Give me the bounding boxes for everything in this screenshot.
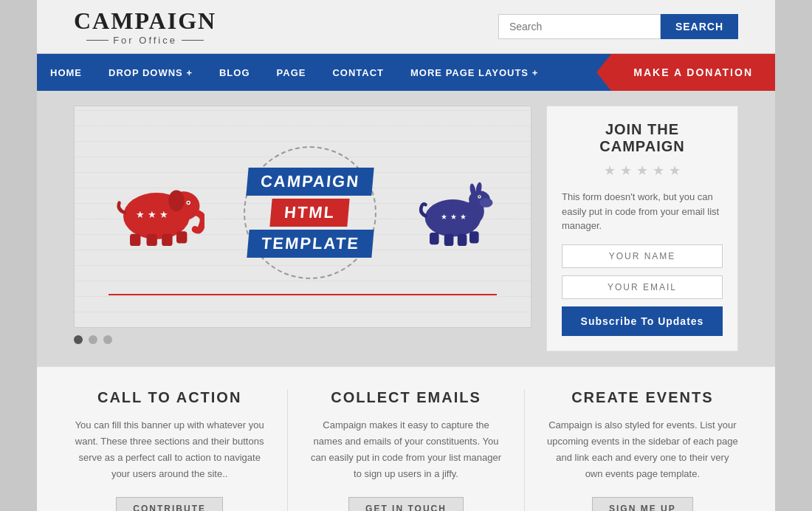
- emails-text: Campaign makes it easy to capture the na…: [310, 417, 501, 482]
- slider-dots: [74, 335, 531, 344]
- donkey-icon: ★ ★ ★: [416, 179, 497, 246]
- star-4: ★: [653, 162, 664, 179]
- svg-rect-6: [147, 234, 157, 246]
- subscribe-button[interactable]: Subscribe To Updates: [562, 306, 723, 336]
- svg-rect-23: [469, 231, 479, 243]
- nav-item-blog[interactable]: BLOG: [206, 54, 264, 91]
- svg-rect-22: [457, 234, 467, 246]
- star-5: ★: [669, 162, 681, 179]
- events-col: CREATE EVENTS Campaign is also styled fo…: [547, 389, 738, 512]
- nav-bar: HOME DROP DOWNS + BLOG PAGE CONTACT MORE…: [37, 54, 775, 91]
- slider-dot-1[interactable]: [74, 335, 83, 344]
- search-area: SEARCH: [498, 14, 738, 39]
- nav-item-contact[interactable]: CONTACT: [319, 54, 397, 91]
- divider-1: [287, 389, 288, 512]
- svg-rect-7: [162, 234, 173, 246]
- slider-dot-3[interactable]: [103, 335, 112, 344]
- email-field[interactable]: [562, 275, 723, 299]
- slider-dot-2[interactable]: [89, 335, 97, 344]
- svg-text:★: ★: [136, 210, 145, 220]
- badge-html-text: HTML: [270, 199, 350, 227]
- name-field[interactable]: [562, 244, 723, 268]
- sign-me-up-button[interactable]: SIGN ME UP: [592, 497, 693, 511]
- nav-item-more[interactable]: MORE PAGE LAYOUTS +: [397, 54, 551, 91]
- nav-item-home[interactable]: HOME: [37, 54, 95, 91]
- emails-col: COLLECT EMAILS Campaign makes it easy to…: [310, 389, 501, 512]
- badge-template-text: TEMPLATE: [247, 230, 374, 258]
- star-rating: ★ ★ ★ ★ ★: [562, 162, 723, 179]
- svg-text:★: ★: [441, 213, 447, 221]
- svg-point-15: [479, 198, 492, 208]
- bottom-section: CALL TO ACTION You can fill this banner …: [37, 366, 775, 512]
- svg-text:★: ★: [159, 210, 168, 220]
- sidebar: JOIN THE CAMPAIGN ★ ★ ★ ★ ★ This form do…: [546, 106, 738, 351]
- svg-rect-20: [430, 233, 439, 244]
- divider-2: [524, 389, 525, 512]
- nav-item-page[interactable]: PAGE: [264, 54, 320, 91]
- svg-rect-5: [130, 234, 140, 246]
- search-input[interactable]: [498, 14, 661, 39]
- cta-title: CALL TO ACTION: [97, 389, 241, 406]
- events-title: CREATE EVENTS: [571, 389, 713, 406]
- logo-subtitle: For Office: [86, 35, 204, 46]
- star-1: ★: [604, 162, 616, 179]
- join-desc: This form doesn't work, but you can easi…: [562, 190, 723, 233]
- events-text: Campaign is also styled for events. List…: [547, 417, 738, 482]
- star-3: ★: [636, 162, 648, 179]
- svg-text:★: ★: [450, 213, 457, 221]
- cta-text: You can fill this banner up with whateve…: [74, 417, 265, 482]
- elephant-icon: ★ ★ ★: [109, 179, 204, 246]
- get-in-touch-button[interactable]: GET IN TOUCH: [348, 497, 464, 511]
- svg-text:★: ★: [459, 213, 466, 221]
- svg-point-17: [478, 196, 480, 198]
- svg-rect-21: [444, 234, 453, 246]
- star-2: ★: [620, 162, 632, 179]
- contribute-button[interactable]: CONTRIBUTE: [116, 497, 223, 511]
- logo-title: CAMPAIGN: [74, 7, 216, 35]
- svg-point-2: [169, 191, 185, 212]
- svg-rect-8: [176, 231, 187, 243]
- nav-links: HOME DROP DOWNS + BLOG PAGE CONTACT MORE…: [37, 54, 611, 91]
- emails-title: COLLECT EMAILS: [331, 389, 481, 406]
- join-title: JOIN THE CAMPAIGN: [562, 121, 723, 155]
- svg-text:★: ★: [148, 210, 156, 220]
- nav-item-dropdowns[interactable]: DROP DOWNS +: [95, 54, 206, 91]
- donate-button[interactable]: MAKE A DONATION: [611, 54, 775, 91]
- logo: CAMPAIGN For Office: [74, 7, 216, 46]
- search-button[interactable]: SEARCH: [661, 14, 738, 39]
- svg-point-4: [187, 202, 190, 204]
- badge-campaign-text: CAMPAIGN: [246, 168, 374, 196]
- campaign-badge: CAMPAIGN HTML TEMPLATE: [244, 146, 376, 279]
- cta-col: CALL TO ACTION You can fill this banner …: [74, 389, 265, 512]
- slider: ★ ★ ★ CAMPAIGN HTML TEMPLATE: [74, 106, 531, 328]
